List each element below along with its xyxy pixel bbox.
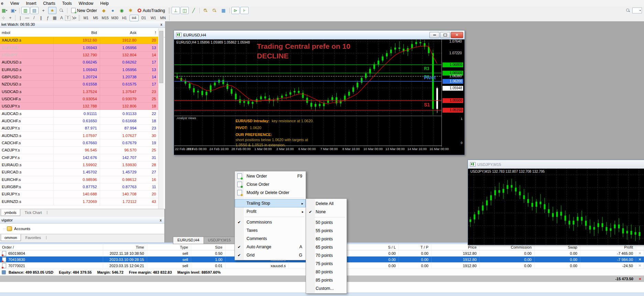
horizontal-line-tool-icon[interactable]: — bbox=[24, 15, 31, 21]
menu-item-custom[interactable]: Custom... bbox=[306, 284, 347, 293]
fibonacci-tool-icon[interactable]: ƒ bbox=[44, 15, 51, 21]
close-button[interactable]: ✕ bbox=[451, 32, 463, 38]
market-watch-row[interactable]: USDCAD.s1.375241.3754723 bbox=[0, 88, 158, 95]
close-all-icon[interactable]: ✕ bbox=[636, 277, 644, 281]
tab-common[interactable]: ommon bbox=[1, 234, 21, 241]
market-watch-row[interactable]: USDJPY132.790132.80414 bbox=[0, 52, 158, 59]
crosshair-tool-icon[interactable]: + bbox=[7, 15, 14, 21]
eurusd-window-titlebar[interactable]: EURUSD,H4 ✕ bbox=[174, 31, 465, 39]
text-label-tool-icon[interactable]: T bbox=[65, 15, 70, 21]
menu-item-charts[interactable]: Charts bbox=[40, 1, 59, 6]
grid-tool-icon[interactable]: ▦ bbox=[51, 15, 58, 21]
terminal-toggle-icon[interactable]: ★ bbox=[48, 7, 56, 14]
close-icon[interactable]: x bbox=[160, 23, 162, 26]
market-watch-row[interactable]: XAUUSD.s1912.601912.8020 bbox=[0, 37, 158, 44]
market-watch-row[interactable]: EURJPY.s140.688140.70820 bbox=[0, 191, 158, 198]
market-watch-toggle-icon[interactable]: ▥ bbox=[21, 7, 30, 14]
market-watch-row[interactable]: EURAUD.s1.599021.5993028 bbox=[0, 161, 158, 169]
cursor-tool-icon[interactable]: ⊹ bbox=[0, 15, 7, 21]
market-watch-row[interactable]: CADJPY.s96.54596.57025 bbox=[0, 147, 158, 154]
tree-item-accounts[interactable]: Accounts bbox=[14, 227, 30, 231]
menu-item-commissions[interactable]: ✔Commissions bbox=[235, 218, 306, 226]
menu-item-75-points[interactable]: 75 points bbox=[306, 260, 347, 268]
menu-item-65-points[interactable]: 65 points bbox=[306, 243, 347, 251]
close-order-icon[interactable]: ✕ bbox=[638, 264, 641, 267]
eurusd-chart-area[interactable]: R3R2PivotS1 EURUSD,H4 1.05896 1.05989 1.… bbox=[174, 39, 464, 155]
search-icon[interactable] bbox=[624, 7, 632, 14]
data-window-icon[interactable]: ▤ bbox=[30, 7, 39, 14]
market-watch-column-2[interactable]: Ask bbox=[100, 31, 139, 35]
tile-windows-icon[interactable]: ▦ bbox=[219, 7, 228, 14]
usdjpy-chart-area[interactable]: USDJPY,M15 132.783 132.807 132.708 132.7… bbox=[468, 169, 644, 244]
menu-item-new-order[interactable]: New OrderF9 bbox=[235, 172, 306, 180]
timeframe-button-m15[interactable]: M15 bbox=[101, 15, 110, 21]
market-watch-row[interactable]: AUDCHF.s0.616500.6166818 bbox=[0, 117, 158, 125]
menu-item-e[interactable]: e bbox=[0, 1, 7, 6]
market-watch-row[interactable]: USDJPY.s132.788132.80618 bbox=[0, 103, 158, 110]
market-watch-column-0[interactable]: mbol bbox=[0, 31, 53, 35]
menu-item-grid[interactable]: ✔GridG bbox=[235, 251, 306, 259]
market-watch-scrollbar[interactable] bbox=[158, 28, 164, 209]
close-icon[interactable]: x bbox=[160, 218, 162, 222]
menu-item-trailing-stop[interactable]: Trailing Stop▸ bbox=[235, 199, 306, 207]
search-dropdown[interactable]: ▾ bbox=[632, 8, 642, 13]
new-order-button[interactable]: New Order bbox=[69, 7, 99, 14]
menu-item-help[interactable]: Help bbox=[97, 1, 112, 6]
menu-item-delete-all[interactable]: Delete All bbox=[306, 200, 347, 208]
menu-item-80-points[interactable]: 80 points bbox=[306, 268, 347, 276]
menu-item-tools[interactable]: Tools bbox=[59, 1, 75, 6]
market-watch-row[interactable]: AUDCAD.s0.911110.9113322 bbox=[0, 110, 158, 117]
signals-icon[interactable]: ◉ bbox=[118, 7, 126, 14]
tab-symbols[interactable]: ymbols bbox=[1, 209, 20, 216]
scrollbar-thumb[interactable] bbox=[159, 31, 163, 83]
timeframe-button-m5[interactable]: M5 bbox=[91, 15, 100, 21]
autotrading-button[interactable]: AutoTrading bbox=[135, 8, 167, 14]
profiles-icon[interactable]: ▣▾ bbox=[9, 7, 18, 14]
menu-item-taxes[interactable]: Taxes bbox=[235, 226, 306, 235]
market-watch-row[interactable]: AUDJPY.s87.97187.99423 bbox=[0, 125, 158, 132]
candlestick-chart-icon[interactable]: ◫ bbox=[181, 7, 189, 14]
market-watch-column-1[interactable]: Bid bbox=[53, 31, 100, 35]
new-chart-icon[interactable]: ▦▾ bbox=[0, 7, 9, 14]
zoom-out-icon[interactable]: − bbox=[210, 7, 219, 14]
toolbar-handle[interactable] bbox=[168, 8, 170, 13]
menu-item-50-points[interactable]: 50 points bbox=[306, 218, 347, 227]
menu-item-window[interactable]: Window bbox=[75, 1, 97, 6]
tab-tick-chart[interactable]: Tick Chart bbox=[21, 209, 46, 216]
market-watch-row[interactable]: EURUSD.s1.059431.0595613 bbox=[0, 66, 158, 73]
trendline-tool-icon[interactable]: / bbox=[31, 15, 37, 21]
terminal-column-type[interactable]: Type bbox=[147, 244, 191, 250]
indicators-icon[interactable]: ⊳ bbox=[231, 7, 240, 14]
menu-item-view[interactable]: View bbox=[7, 1, 23, 6]
market-watch-row[interactable]: EURCAD.s1.457021.4572927 bbox=[0, 169, 158, 176]
strategy-tester-icon[interactable] bbox=[57, 7, 65, 14]
timeframe-button-m1[interactable]: M1 bbox=[81, 15, 90, 21]
market-watch-row[interactable]: EURCHF.s0.985960.9861216 bbox=[0, 176, 158, 183]
bar-chart-icon[interactable]: ⊥ bbox=[172, 7, 180, 14]
terminal-column-time[interactable]: Time bbox=[103, 244, 147, 250]
tab-usdjpy-m15[interactable]: USDJPY,M15 bbox=[204, 237, 235, 244]
terminal-column-size[interactable]: Size bbox=[191, 244, 226, 250]
restore-button[interactable] bbox=[440, 32, 450, 38]
market-watch-row[interactable]: EURUSD1.059431.0595613 bbox=[0, 44, 158, 51]
channel-tool-icon[interactable]: ∥ bbox=[37, 15, 44, 21]
navigator-icon[interactable]: + bbox=[39, 7, 47, 14]
line-chart-icon[interactable]: ╱ bbox=[189, 7, 198, 14]
tab-favorites[interactable]: Favorites bbox=[22, 234, 45, 241]
timeframe-button-d1[interactable]: D1 bbox=[139, 15, 148, 21]
periods-icon[interactable]: ⊦ bbox=[240, 7, 249, 14]
menu-item-close-order[interactable]: Close Order bbox=[235, 180, 306, 189]
menu-item-profit[interactable]: Profit▸ bbox=[235, 207, 306, 216]
tab-eurusd-h4[interactable]: EURUSD,H4 bbox=[173, 237, 204, 244]
market-watch-row[interactable]: CHFJPY.s142.676142.70731 bbox=[0, 154, 158, 161]
text-tool-icon[interactable]: A bbox=[58, 15, 65, 21]
toolbar-handle[interactable] bbox=[78, 15, 80, 21]
timeframe-button-h1[interactable]: H1 bbox=[120, 15, 129, 21]
menu-item-55-points[interactable]: 55 points bbox=[306, 227, 347, 235]
close-order-icon[interactable]: ✕ bbox=[638, 251, 641, 255]
vertical-line-tool-icon[interactable]: | bbox=[17, 15, 24, 21]
terminal-column-tp[interactable]: T / P bbox=[399, 244, 432, 250]
services-icon[interactable]: ✱ bbox=[127, 7, 135, 14]
timeframe-button-h4[interactable]: H4 bbox=[130, 15, 139, 21]
menu-item-70-points[interactable]: 70 points bbox=[306, 251, 347, 260]
